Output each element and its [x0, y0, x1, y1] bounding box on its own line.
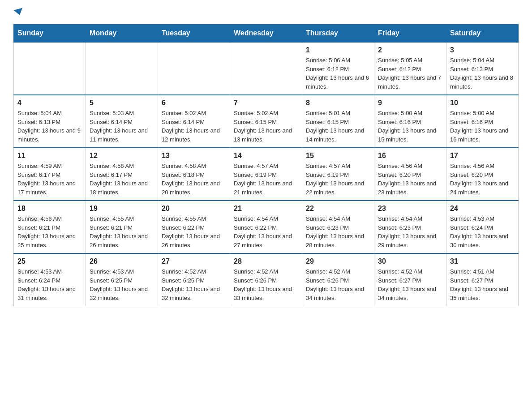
calendar-cell: 23Sunrise: 4:54 AMSunset: 6:23 PMDayligh…: [374, 201, 446, 253]
day-info: Sunrise: 5:06 AMSunset: 6:12 PMDaylight:…: [306, 56, 370, 91]
calendar-cell: 21Sunrise: 4:54 AMSunset: 6:22 PMDayligh…: [230, 201, 302, 253]
calendar-cell: 7Sunrise: 5:02 AMSunset: 6:15 PMDaylight…: [230, 95, 302, 148]
day-info: Sunrise: 5:02 AMSunset: 6:15 PMDaylight:…: [234, 109, 298, 144]
day-info: Sunrise: 4:55 AMSunset: 6:22 PMDaylight:…: [162, 214, 226, 249]
day-number: 7: [234, 99, 298, 107]
day-number: 9: [378, 99, 442, 107]
day-number: 12: [90, 152, 154, 160]
day-info: Sunrise: 4:53 AMSunset: 6:24 PMDaylight:…: [17, 267, 82, 302]
calendar-cell: 14Sunrise: 4:57 AMSunset: 6:19 PMDayligh…: [230, 148, 302, 201]
day-info: Sunrise: 5:03 AMSunset: 6:14 PMDaylight:…: [90, 109, 154, 144]
day-info: Sunrise: 4:52 AMSunset: 6:25 PMDaylight:…: [162, 267, 226, 302]
calendar-cell: 4Sunrise: 5:04 AMSunset: 6:13 PMDaylight…: [14, 95, 86, 148]
calendar-cell: 6Sunrise: 5:02 AMSunset: 6:14 PMDaylight…: [158, 95, 230, 148]
day-info: Sunrise: 5:02 AMSunset: 6:14 PMDaylight:…: [162, 109, 226, 144]
calendar-cell: [158, 42, 230, 95]
day-info: Sunrise: 4:51 AMSunset: 6:27 PMDaylight:…: [450, 267, 515, 302]
calendar-cell: 24Sunrise: 4:53 AMSunset: 6:24 PMDayligh…: [446, 201, 519, 253]
calendar-week-row: 18Sunrise: 4:56 AMSunset: 6:21 PMDayligh…: [14, 201, 519, 253]
day-number: 3: [450, 46, 515, 54]
day-number: 30: [378, 257, 442, 265]
calendar-cell: 27Sunrise: 4:52 AMSunset: 6:25 PMDayligh…: [158, 253, 230, 306]
day-number: 25: [17, 257, 82, 265]
calendar-cell: 29Sunrise: 4:52 AMSunset: 6:26 PMDayligh…: [302, 253, 374, 306]
day-number: 29: [306, 257, 370, 265]
day-info: Sunrise: 4:54 AMSunset: 6:22 PMDaylight:…: [234, 214, 298, 249]
calendar-cell: 17Sunrise: 4:56 AMSunset: 6:20 PMDayligh…: [446, 148, 519, 201]
day-info: Sunrise: 4:53 AMSunset: 6:24 PMDaylight:…: [450, 214, 515, 249]
calendar-cell: 2Sunrise: 5:05 AMSunset: 6:12 PMDaylight…: [374, 42, 446, 95]
day-info: Sunrise: 4:58 AMSunset: 6:18 PMDaylight:…: [162, 162, 226, 197]
column-header-thursday: Thursday: [302, 25, 374, 43]
day-number: 20: [162, 205, 226, 213]
calendar-cell: 3Sunrise: 5:04 AMSunset: 6:13 PMDaylight…: [446, 42, 519, 95]
column-header-sunday: Sunday: [14, 25, 86, 43]
day-number: 15: [306, 152, 370, 160]
day-info: Sunrise: 5:00 AMSunset: 6:16 PMDaylight:…: [378, 109, 442, 144]
day-number: 4: [17, 99, 82, 107]
day-number: 19: [90, 205, 154, 213]
calendar-cell: 13Sunrise: 4:58 AMSunset: 6:18 PMDayligh…: [158, 148, 230, 201]
day-number: 22: [306, 205, 370, 213]
calendar-week-row: 1Sunrise: 5:06 AMSunset: 6:12 PMDaylight…: [14, 42, 519, 95]
day-number: 17: [450, 152, 515, 160]
column-header-saturday: Saturday: [446, 25, 519, 43]
day-info: Sunrise: 5:04 AMSunset: 6:13 PMDaylight:…: [17, 109, 82, 144]
column-header-wednesday: Wednesday: [230, 25, 302, 43]
column-header-friday: Friday: [374, 25, 446, 43]
calendar-cell: 16Sunrise: 4:56 AMSunset: 6:20 PMDayligh…: [374, 148, 446, 201]
day-number: 24: [450, 205, 515, 213]
day-info: Sunrise: 5:00 AMSunset: 6:16 PMDaylight:…: [450, 109, 515, 144]
calendar-cell: 10Sunrise: 5:00 AMSunset: 6:16 PMDayligh…: [446, 95, 519, 148]
day-number: 2: [378, 46, 442, 54]
calendar-cell: 28Sunrise: 4:52 AMSunset: 6:26 PMDayligh…: [230, 253, 302, 306]
day-number: 27: [162, 257, 226, 265]
calendar-cell: 15Sunrise: 4:57 AMSunset: 6:19 PMDayligh…: [302, 148, 374, 201]
day-info: Sunrise: 4:54 AMSunset: 6:23 PMDaylight:…: [306, 214, 370, 249]
calendar-cell: 22Sunrise: 4:54 AMSunset: 6:23 PMDayligh…: [302, 201, 374, 253]
calendar-cell: 1Sunrise: 5:06 AMSunset: 6:12 PMDaylight…: [302, 42, 374, 95]
calendar-week-row: 4Sunrise: 5:04 AMSunset: 6:13 PMDaylight…: [14, 95, 519, 148]
day-number: 11: [17, 152, 82, 160]
day-info: Sunrise: 4:57 AMSunset: 6:19 PMDaylight:…: [234, 162, 298, 197]
day-number: 13: [162, 152, 226, 160]
day-number: 1: [306, 46, 370, 54]
calendar-cell: [230, 42, 302, 95]
day-number: 31: [450, 257, 515, 265]
calendar-cell: 18Sunrise: 4:56 AMSunset: 6:21 PMDayligh…: [14, 201, 86, 253]
day-info: Sunrise: 4:52 AMSunset: 6:26 PMDaylight:…: [306, 267, 370, 302]
day-number: 8: [306, 99, 370, 107]
calendar-cell: 11Sunrise: 4:59 AMSunset: 6:17 PMDayligh…: [14, 148, 86, 201]
calendar-cell: 31Sunrise: 4:51 AMSunset: 6:27 PMDayligh…: [446, 253, 519, 306]
column-header-monday: Monday: [86, 25, 158, 43]
day-info: Sunrise: 4:59 AMSunset: 6:17 PMDaylight:…: [17, 162, 82, 197]
day-number: 21: [234, 205, 298, 213]
calendar-cell: 26Sunrise: 4:53 AMSunset: 6:25 PMDayligh…: [86, 253, 158, 306]
calendar-cell: 19Sunrise: 4:55 AMSunset: 6:21 PMDayligh…: [86, 201, 158, 253]
calendar-cell: 25Sunrise: 4:53 AMSunset: 6:24 PMDayligh…: [14, 253, 86, 306]
day-info: Sunrise: 4:52 AMSunset: 6:26 PMDaylight:…: [234, 267, 298, 302]
day-number: 16: [378, 152, 442, 160]
calendar-cell: 8Sunrise: 5:01 AMSunset: 6:15 PMDaylight…: [302, 95, 374, 148]
calendar-cell: [86, 42, 158, 95]
day-number: 28: [234, 257, 298, 265]
calendar-header-row: SundayMondayTuesdayWednesdayThursdayFrid…: [14, 25, 519, 43]
logo: [13, 9, 23, 15]
logo-arrow-icon: [14, 8, 24, 17]
calendar-cell: [14, 42, 86, 95]
day-number: 23: [378, 205, 442, 213]
day-info: Sunrise: 4:57 AMSunset: 6:19 PMDaylight:…: [306, 162, 370, 197]
day-info: Sunrise: 4:56 AMSunset: 6:20 PMDaylight:…: [378, 162, 442, 197]
day-info: Sunrise: 4:54 AMSunset: 6:23 PMDaylight:…: [378, 214, 442, 249]
calendar-cell: 5Sunrise: 5:03 AMSunset: 6:14 PMDaylight…: [86, 95, 158, 148]
day-info: Sunrise: 4:58 AMSunset: 6:17 PMDaylight:…: [90, 162, 154, 197]
day-number: 26: [90, 257, 154, 265]
day-number: 5: [90, 99, 154, 107]
day-info: Sunrise: 4:53 AMSunset: 6:25 PMDaylight:…: [90, 267, 154, 302]
column-header-tuesday: Tuesday: [158, 25, 230, 43]
day-number: 18: [17, 205, 82, 213]
day-info: Sunrise: 4:52 AMSunset: 6:27 PMDaylight:…: [378, 267, 442, 302]
day-info: Sunrise: 5:05 AMSunset: 6:12 PMDaylight:…: [378, 56, 442, 91]
day-info: Sunrise: 5:01 AMSunset: 6:15 PMDaylight:…: [306, 109, 370, 144]
day-number: 14: [234, 152, 298, 160]
